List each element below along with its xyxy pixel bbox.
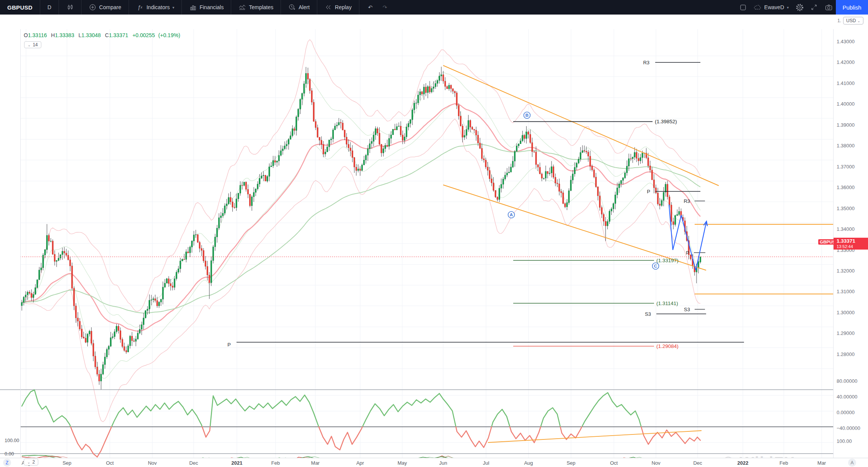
fullscreen-icon bbox=[810, 3, 818, 11]
fullscreen-button[interactable] bbox=[807, 0, 821, 15]
time-axis-label: Jul bbox=[483, 460, 489, 466]
ohlc-change: +0.00255 bbox=[132, 32, 155, 38]
chart-type-button[interactable] bbox=[63, 0, 77, 15]
pivot-label: S3 bbox=[684, 307, 690, 312]
panel3-collapse-button[interactable]: ⌄ 2 bbox=[24, 459, 38, 465]
price-axis-label: 1.28000 bbox=[837, 351, 855, 357]
oscillator-axis-label: 40.00000 bbox=[837, 394, 857, 400]
chevron-down-icon: ⌄ bbox=[857, 19, 860, 23]
replay-button[interactable]: Replay bbox=[321, 0, 355, 15]
chart-canvas[interactable]: (1.39852)(1.33197)(1.31141)(1.29084)R3PR… bbox=[0, 15, 868, 467]
wave-letter: B bbox=[525, 113, 529, 118]
alert-button[interactable]: Alert bbox=[285, 0, 313, 15]
layout-button[interactable] bbox=[736, 0, 751, 15]
price-axis-label: 1.29000 bbox=[837, 330, 855, 336]
price-axis-label: 1.34000 bbox=[837, 226, 855, 232]
price-axis-label: 1.37000 bbox=[837, 164, 855, 170]
charttype-group bbox=[59, 0, 82, 15]
price-axis-label: 1.30000 bbox=[837, 310, 855, 315]
cloud-user-label: EwaveD bbox=[764, 4, 784, 10]
price-partial: 1. bbox=[837, 18, 841, 23]
auto-scale-button[interactable]: A bbox=[848, 459, 856, 467]
ohlc-legend: O1.33116 H1.33383 L1.33048 C1.33371 +0.0… bbox=[24, 32, 180, 38]
pivot-label: R3 bbox=[643, 60, 649, 65]
ohlc-open: 1.33116 bbox=[28, 32, 47, 38]
templates-wave-icon bbox=[238, 3, 246, 11]
timezone-button[interactable]: Z bbox=[3, 459, 11, 467]
auto-scale-label: A bbox=[850, 460, 853, 465]
indicators-button[interactable]: ƒx Indicators ▾ bbox=[133, 0, 178, 15]
wave-letter: A bbox=[510, 212, 513, 217]
time-axis-label: Oct bbox=[610, 460, 618, 466]
templates-group: Templates bbox=[231, 0, 281, 15]
alert-label: Alert bbox=[299, 4, 310, 10]
oscillator-axis-label: −40.00000 bbox=[837, 425, 860, 431]
ohlc-change-pct: (+0.19%) bbox=[158, 32, 180, 38]
compare-plus-icon bbox=[89, 3, 96, 11]
interval-group: D bbox=[40, 0, 59, 15]
snapshot-button[interactable] bbox=[821, 0, 836, 15]
ohlc-low: 1.33048 bbox=[82, 32, 101, 38]
time-axis-label: Nov bbox=[651, 460, 660, 466]
time-axis-year-label: 2022 bbox=[737, 460, 749, 466]
pivot-label: P bbox=[227, 342, 231, 348]
redo-button[interactable]: ↷ bbox=[378, 0, 392, 15]
last-price-value: 1.33371 bbox=[837, 238, 868, 244]
stochastic-left-scale-label: 0.00 bbox=[5, 451, 14, 457]
oscillator-axis-label: 80.00000 bbox=[837, 378, 857, 384]
time-axis-label: Mar bbox=[311, 460, 320, 466]
compare-button[interactable]: Compare bbox=[85, 0, 125, 15]
price-axis-label: 1.39000 bbox=[837, 122, 855, 128]
interval-label: D bbox=[47, 4, 51, 10]
cloud-account-button[interactable]: EwaveD ▾ bbox=[751, 0, 792, 15]
ohlc-c-letter: C bbox=[105, 32, 109, 38]
financials-button[interactable]: Financials bbox=[186, 0, 227, 15]
ohlc-h-letter: H bbox=[51, 32, 55, 38]
chevron-down-icon: ⌄ bbox=[28, 43, 31, 47]
pivot-label: P bbox=[686, 250, 689, 256]
price-axis-label: 1.43000 bbox=[837, 39, 855, 44]
toolbar-right: EwaveD ▾ Publish bbox=[736, 0, 868, 15]
last-price-label: 1.33371 13:52:44 bbox=[834, 238, 868, 250]
symbol-button[interactable]: GBPUSD bbox=[4, 0, 36, 15]
time-axis-label: Feb bbox=[271, 460, 280, 466]
price-axis-label: 1.41000 bbox=[837, 80, 855, 86]
pivot-label: S3 bbox=[645, 311, 651, 317]
time-axis-label: Feb bbox=[780, 460, 788, 466]
currency-selector[interactable]: USD ⌄ bbox=[843, 17, 863, 24]
undo-button[interactable]: ↶ bbox=[363, 0, 378, 15]
cloud-icon bbox=[754, 3, 762, 11]
pivot-label: R3 bbox=[684, 198, 690, 204]
price-axis[interactable]: 1.430001.420001.410001.400001.390001.380… bbox=[834, 15, 868, 458]
publish-label: Publish bbox=[842, 4, 861, 11]
oscillator-axis-label: 0.00000 bbox=[837, 410, 855, 415]
compare-group: Compare bbox=[82, 0, 129, 15]
currency-label: USD bbox=[846, 18, 856, 23]
level-label: (1.39852) bbox=[655, 119, 677, 124]
pivot-label: P bbox=[647, 189, 650, 194]
indicators-count: 14 bbox=[33, 42, 38, 47]
indicators-collapse-button[interactable]: ⌄ 14 bbox=[24, 41, 41, 48]
price-axis-label: 1.31000 bbox=[837, 289, 855, 294]
camera-icon bbox=[825, 3, 832, 11]
interval-button[interactable]: D bbox=[44, 0, 55, 15]
replay-label: Replay bbox=[335, 4, 352, 10]
level-label: (1.31141) bbox=[656, 300, 678, 306]
stochastic-left-scale-label: 100.00 bbox=[5, 438, 19, 443]
ohlc-o-letter: O bbox=[24, 32, 28, 38]
stochastic-axis-label: 100.00 bbox=[837, 438, 852, 444]
symbol-group: GBPUSD bbox=[0, 0, 40, 15]
chevron-down-icon: ▾ bbox=[787, 5, 789, 10]
fx-icon: ƒx bbox=[136, 3, 144, 11]
templates-button[interactable]: Templates bbox=[235, 0, 277, 15]
chart-area[interactable]: (1.39852)(1.33197)(1.31141)(1.29084)R3PR… bbox=[0, 15, 868, 467]
chevron-down-icon: ▾ bbox=[172, 5, 174, 10]
publish-button[interactable]: Publish bbox=[836, 0, 868, 15]
time-axis[interactable]: AugSepOctNovDec2021FebMarAprMayJunJulAug… bbox=[0, 458, 868, 467]
level-label: (1.29084) bbox=[656, 343, 679, 349]
financials-bars-icon bbox=[189, 3, 197, 11]
settings-button[interactable] bbox=[792, 0, 807, 15]
candlestick-icon bbox=[66, 3, 74, 11]
indicators-label: Indicators bbox=[147, 4, 170, 10]
currency-row: 1. USD ⌄ bbox=[837, 17, 863, 24]
